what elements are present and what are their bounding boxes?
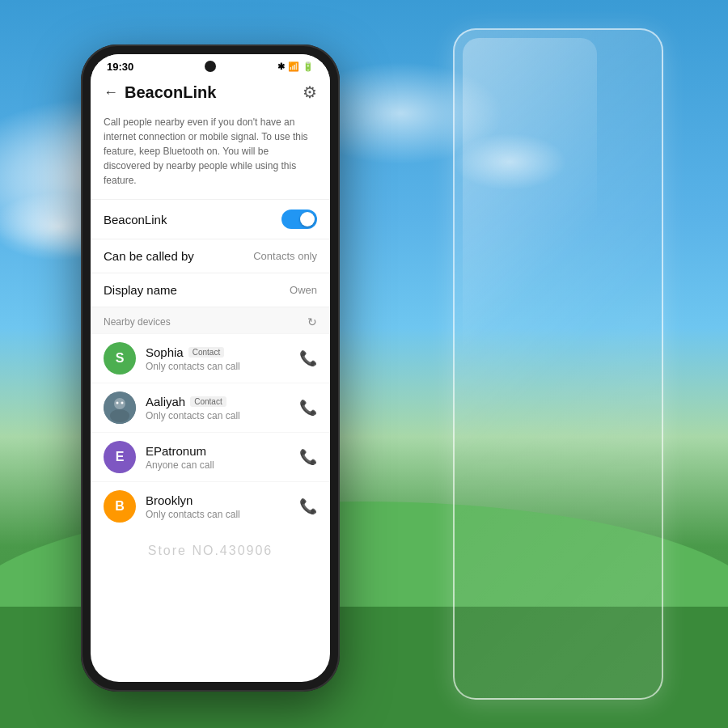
- camera-notch: [205, 61, 216, 72]
- device-status-aaliyah: Only contacts can call: [146, 410, 299, 421]
- svg-point-4: [121, 402, 124, 404]
- beaconlink-toggle[interactable]: [281, 210, 317, 229]
- nearby-devices-header: Nearby devices ↻: [91, 307, 330, 333]
- beaconlink-label: BeaconLink: [104, 213, 167, 226]
- device-name-row-brooklyn: Brooklyn: [146, 493, 299, 507]
- loading-icon: ↻: [307, 315, 317, 328]
- call-icon-sophia[interactable]: 📞: [299, 349, 317, 367]
- phone-screen: 19:30 ✱ 📶 🔋 ← BeaconLink ⚙ Call people n…: [91, 54, 330, 682]
- call-icon-epatronum[interactable]: 📞: [299, 448, 317, 466]
- device-name-sophia: Sophia: [146, 345, 184, 359]
- device-name-aaliyah: Aaliyah: [146, 395, 185, 408]
- can-be-called-value: Contacts only: [253, 250, 317, 262]
- nearby-devices-label: Nearby devices: [104, 316, 171, 328]
- avatar-sophia: S: [104, 342, 136, 375]
- device-info-aaliyah: Aaliyah Contact Only contacts can call: [146, 395, 299, 421]
- call-icon-brooklyn[interactable]: 📞: [299, 497, 317, 515]
- watermark: Store NO.430906: [91, 531, 330, 571]
- device-info-brooklyn: Brooklyn Only contacts can call: [146, 493, 299, 520]
- status-icons: ✱ 📶 🔋: [277, 61, 314, 72]
- call-icon-aaliyah[interactable]: 📞: [299, 399, 317, 417]
- device-name-epatronum: EPatronum: [146, 444, 206, 458]
- phone-container: 19:30 ✱ 📶 🔋 ← BeaconLink ⚙ Call people n…: [81, 44, 340, 692]
- device-name-brooklyn: Brooklyn: [146, 493, 193, 507]
- avatar-epatronum: E: [104, 441, 136, 473]
- device-name-row-epatronum: EPatronum: [146, 444, 299, 458]
- display-name-label: Display name: [104, 283, 177, 297]
- svg-point-1: [114, 398, 125, 409]
- device-item-epatronum[interactable]: E EPatronum Anyone can call 📞: [91, 432, 330, 481]
- device-name-row-sophia: Sophia Contact: [146, 345, 299, 359]
- battery-icon: 🔋: [303, 61, 314, 72]
- device-name-row-aaliyah: Aaliyah Contact: [146, 395, 299, 408]
- device-info-sophia: Sophia Contact Only contacts can call: [146, 345, 299, 372]
- settings-icon[interactable]: ⚙: [303, 83, 317, 102]
- device-info-epatronum: EPatronum Anyone can call: [146, 444, 299, 471]
- device-item-aaliyah[interactable]: Aaliyah Contact Only contacts can call 📞: [91, 383, 330, 432]
- avatar-brooklyn: B: [104, 490, 136, 523]
- device-item-brooklyn[interactable]: B Brooklyn Only contacts can call 📞: [91, 481, 330, 531]
- contact-badge-sophia: Contact: [188, 347, 224, 358]
- contact-badge-aaliyah: Contact: [190, 396, 226, 407]
- description: Call people nearby even if you don't hav…: [91, 112, 330, 199]
- svg-point-2: [110, 409, 129, 422]
- beaconlink-row: BeaconLink: [91, 199, 330, 239]
- can-be-called-row[interactable]: Can be called by Contacts only: [91, 239, 330, 273]
- app-header: ← BeaconLink ⚙: [91, 76, 330, 112]
- display-name-row[interactable]: Display name Owen: [91, 273, 330, 307]
- device-status-brooklyn: Only contacts can call: [146, 509, 299, 520]
- app-title: BeaconLink: [125, 83, 216, 102]
- avatar-aaliyah: [104, 392, 136, 424]
- display-name-value: Owen: [290, 284, 317, 296]
- bluetooth-icon: ✱: [277, 61, 285, 72]
- device-status-epatronum: Anyone can call: [146, 459, 299, 471]
- avatar-img-aaliyah: [104, 392, 136, 424]
- back-button[interactable]: ←: [104, 84, 118, 101]
- phone-frame: 19:30 ✱ 📶 🔋 ← BeaconLink ⚙ Call people n…: [81, 44, 340, 692]
- svg-point-3: [116, 402, 119, 404]
- device-item-sophia[interactable]: S Sophia Contact Only contacts can call …: [91, 333, 330, 383]
- can-be-called-label: Can be called by: [104, 249, 194, 263]
- header-left: ← BeaconLink: [104, 83, 216, 102]
- signal-icon: 📶: [288, 61, 299, 72]
- device-status-sophia: Only contacts can call: [146, 361, 299, 372]
- status-time: 19:30: [107, 61, 133, 73]
